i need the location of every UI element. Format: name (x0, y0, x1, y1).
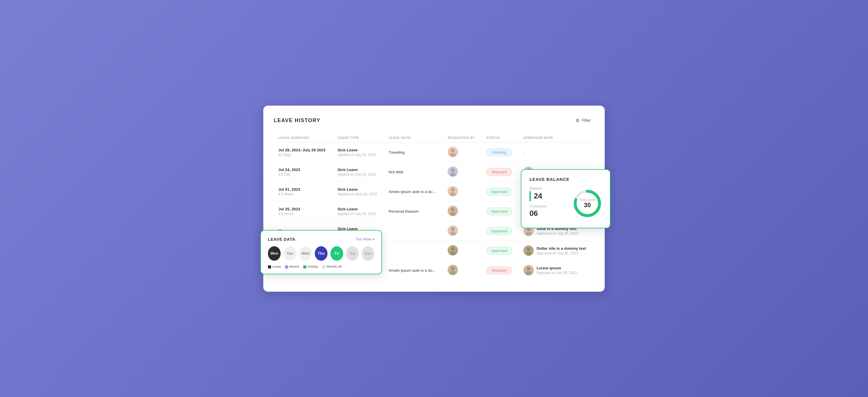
svg-point-20 (527, 247, 530, 251)
leave-balance-card: LEAVE BALANCE Balance 24 Consumed 06 (521, 169, 611, 228)
avatar (523, 245, 534, 256)
cell-status: Approved (482, 241, 519, 261)
cell-requested (443, 261, 482, 280)
leave-data-header: LEAVE DATA This Week ▾ (268, 237, 374, 242)
avatar (447, 147, 458, 157)
col-approver: APPROVER NOTE (519, 133, 594, 143)
cell-status: Approved (482, 202, 519, 221)
balance-stat: Balance 24 (529, 186, 573, 202)
cell-duration: Jul 01, 2023 4.5 Hours (274, 182, 333, 202)
col-type: LEAVE TYPE (333, 133, 384, 143)
cell-requested (443, 162, 482, 182)
duration-main: Jul 25, 2023 (278, 207, 329, 211)
svg-point-10 (451, 208, 455, 211)
filter-button[interactable]: ⚙ Filter (572, 116, 594, 125)
duration-sub: 4.5 Hours (278, 192, 329, 196)
table-header-row: LEAVE DURATION LEAVE TYPE LEAVE NOTE REQ… (274, 133, 594, 143)
filter-icon: ⚙ (576, 118, 580, 123)
approver-note-sub: Rejected on July 26, 2023 (537, 271, 577, 275)
duration-main: Jul 28, 2023–July 29 2023 (278, 148, 329, 152)
legend-holiday: Holiday (303, 265, 318, 269)
main-card: LEAVE HISTORY ⚙ Filter LEAVE DURATION LE… (263, 105, 605, 292)
cell-note: Personal Reason (384, 202, 443, 221)
cell-duration: Jul 24, 2023 0.5 Day (274, 162, 333, 182)
table-row: Jul 28, 2023–July 29 2023 02 Days Sick L… (274, 142, 594, 162)
donut-center: Total Leaves 30 (579, 198, 595, 209)
donut-value: 30 (579, 202, 595, 209)
svg-point-19 (450, 251, 456, 255)
type-sub: Applied on July 26, 2023 (338, 153, 379, 157)
day-circle[interactable]: Wed (299, 246, 312, 261)
cell-type: Sick Leave Applied on July 26, 2023 (333, 142, 384, 162)
cell-requested (443, 182, 482, 202)
avatar (447, 225, 458, 236)
cell-duration: Jul 25, 2023 4.5 Hours (274, 202, 333, 221)
cell-note: Traveling (384, 142, 443, 162)
cell-requested (443, 221, 482, 241)
leave-balance-title: LEAVE BALANCE (529, 177, 602, 182)
cell-requested (443, 241, 482, 261)
leave-legend: Leave Absent Holiday Weekly off (268, 265, 374, 269)
legend-absent: Absent (285, 265, 299, 269)
donut-chart: Total Leaves 30 (573, 189, 602, 218)
cell-note: Amets ipsum aote is a du... (384, 182, 443, 202)
avatar (447, 265, 458, 275)
type-sub: Applied on July 26, 2023 (338, 212, 379, 216)
legend-weekend: Weekly off (322, 265, 341, 269)
cell-approver: - (519, 142, 594, 162)
col-status: STATUS (482, 133, 519, 143)
col-duration: LEAVE DURATION (274, 133, 333, 143)
approver-text: Dollar site is a dummy text Approved on … (537, 246, 586, 255)
avatar (447, 245, 458, 255)
day-circle[interactable]: Fri (331, 246, 343, 261)
svg-point-3 (450, 173, 456, 177)
day-circle[interactable]: Tue (283, 246, 296, 261)
cell-status: Approved (482, 221, 519, 241)
cell-status: Rejected (482, 261, 519, 280)
svg-point-11 (450, 212, 456, 216)
svg-point-21 (526, 251, 531, 255)
cell-type: Sick Leave Applied on July 24, 2023 (333, 162, 384, 182)
cell-note: Amets ipsum aote is a du... (384, 261, 443, 280)
col-requested: REQUESTED BY (443, 133, 482, 143)
svg-point-25 (526, 271, 531, 275)
leave-balance-body: Balance 24 Consumed 06 (529, 186, 602, 221)
consumed-stat: Consumed 06 (529, 204, 573, 218)
day-circle[interactable]: Mon (268, 246, 281, 261)
svg-point-6 (451, 188, 455, 191)
avatar (523, 265, 534, 275)
cell-requested (443, 142, 482, 162)
card-header: LEAVE HISTORY ⚙ Filter (274, 116, 594, 125)
type-main: Sick Leave (338, 207, 379, 211)
approver-cell: Dollar site is a dummy text Approved on … (523, 245, 590, 256)
day-circle[interactable]: Thu (315, 246, 328, 261)
cell-approver: Dollar site is a dummy text Approved on … (519, 241, 594, 261)
svg-point-23 (450, 271, 456, 275)
status-badge: Rejected (486, 168, 512, 176)
balance-bar (529, 191, 531, 202)
duration-main: Jul 01, 2023 (278, 187, 329, 191)
consumed-inner: 06 (529, 209, 573, 218)
svg-point-16 (527, 228, 530, 231)
svg-point-2 (451, 169, 455, 172)
cell-status: Approved (482, 182, 519, 202)
cell-approver: Lorem ipsum Rejected on July 26, 2023 (519, 261, 594, 280)
svg-point-15 (450, 232, 456, 236)
cell-status: Rejected (482, 162, 519, 182)
balance-inner: 24 (529, 191, 573, 202)
week-selector[interactable]: This Week ▾ (355, 237, 374, 241)
day-circle[interactable]: Sat (346, 246, 359, 261)
cell-note (384, 221, 443, 241)
day-circle[interactable]: Sun (362, 246, 374, 261)
status-badge: Approved (486, 188, 512, 195)
avatar (447, 206, 458, 216)
cell-note (384, 241, 443, 261)
type-main: Sick Leave (338, 167, 379, 172)
balance-label: Balance (529, 186, 573, 190)
consumed-label: Consumed (529, 204, 573, 208)
approver-note-main: Lorem ipsum (537, 266, 577, 270)
day-circles: MonTueWedThuFriSatSun (268, 246, 374, 261)
col-note: LEAVE NOTE (384, 133, 443, 143)
approver-text: Lorem ipsum Rejected on July 26, 2023 (537, 266, 577, 275)
filter-label: Filter (582, 118, 591, 123)
